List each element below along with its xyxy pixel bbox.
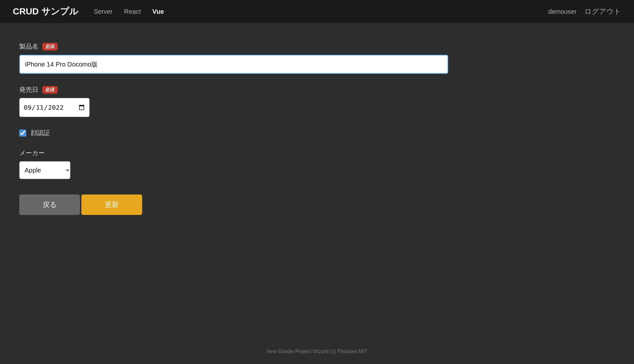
maker-group: メーカー Apple Samsung Sony Google xyxy=(19,149,615,179)
nav-link-vue[interactable]: Vue xyxy=(152,8,164,15)
footer: New Gradle Project Wizard (c) Pleiades M… xyxy=(0,349,634,354)
face-auth-label: 顔認証 xyxy=(31,129,50,137)
product-name-input[interactable] xyxy=(19,55,448,74)
release-date-label: 発売日 xyxy=(19,85,38,94)
back-button[interactable]: 戻る xyxy=(19,194,80,215)
release-date-required-badge: 必須 xyxy=(42,86,58,94)
face-auth-checkbox[interactable] xyxy=(19,130,26,137)
nav-link-server[interactable]: Server xyxy=(94,8,113,15)
navbar-right: demouser ログアウト xyxy=(548,7,621,16)
username-label: demouser xyxy=(548,8,577,15)
navbar: CRUD サンプル Server React Vue demouser ログアウ… xyxy=(0,0,634,23)
footer-text: New Gradle Project Wizard (c) Pleiades M… xyxy=(267,349,367,354)
product-name-label: 製品名 xyxy=(19,42,38,51)
app-title: CRUD サンプル xyxy=(13,5,78,18)
release-date-group: 発売日 必須 xyxy=(19,85,615,117)
main-content: 製品名 必須 発売日 必須 顔認証 メーカー Apple Samsung Son… xyxy=(0,23,634,228)
product-name-group: 製品名 必須 xyxy=(19,42,615,74)
logout-button[interactable]: ログアウト xyxy=(584,7,621,16)
nav-link-react[interactable]: React xyxy=(124,8,141,15)
product-name-label-row: 製品名 必須 xyxy=(19,42,615,51)
maker-select[interactable]: Apple Samsung Sony Google xyxy=(19,161,70,179)
product-name-required-badge: 必須 xyxy=(42,43,58,51)
face-auth-group: 顔認証 xyxy=(19,129,615,137)
nav-links: Server React Vue xyxy=(94,8,548,15)
release-date-input[interactable] xyxy=(19,98,90,117)
buttons-row: 戻る 更新 xyxy=(19,194,615,215)
release-date-label-row: 発売日 必須 xyxy=(19,85,615,94)
maker-label: メーカー xyxy=(19,149,615,157)
update-button[interactable]: 更新 xyxy=(81,194,142,215)
